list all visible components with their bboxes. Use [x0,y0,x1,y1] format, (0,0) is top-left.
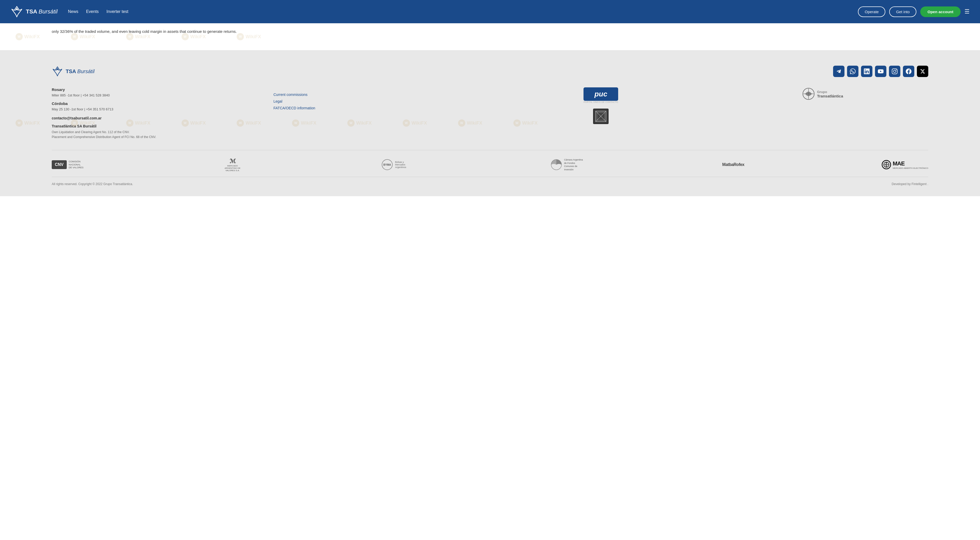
mav-logo: ℳ MERCADO ARGENTINO DE VALORES S.A. [221,158,244,172]
puc-subtitle: PORTAL ÚNICO DE CONTACTO [584,101,618,103]
byma-inner: BYMA Bolsas y Mercados Argentinos [382,159,413,170]
mae-logo: MAE MERCADO ABIERTO ELECTRÓNICO [882,160,928,169]
nav-news[interactable]: News [68,9,78,14]
footer-top: TSA Bursátil [52,66,928,77]
watermark-overlay: W WikiFX W WikiFX W WikiFX W WikiFX W Wi… [0,23,980,50]
grupo-transatlantica-text: Grupo Transatlántica [817,90,843,98]
cafci-text: Cámara Argentina de Fondos Comunes de In… [564,158,585,171]
cordoba-title: Córdoba [52,101,263,106]
mav-text: MERCADO ARGENTINO DE VALORES S.A. [221,165,244,172]
puc-logo-wrapper[interactable]: puc PORTAL ÚNICO DE CONTACTO [584,87,618,103]
footer-address-col: Rosary Miter 885 -1st floor | +54 341 52… [52,87,263,140]
cnv-text: COMISIÓNNACIONALDE VALORES [69,160,84,169]
legal-link[interactable]: Legal [274,99,485,103]
linkedin-icon[interactable] [861,66,872,77]
footer-developed: Developed by Fintelligent . [892,182,928,186]
operate-button[interactable]: Operate [858,6,885,17]
instagram-icon[interactable] [889,66,900,77]
matba-text: MatbaRofex [722,162,745,167]
open-account-button[interactable]: Open account [920,6,961,17]
telegram-icon[interactable] [833,66,845,77]
x-twitter-icon[interactable] [917,66,928,77]
nav-events[interactable]: Events [86,9,99,14]
rosary-address: Miter 885 -1st floor | +54 341 528 3840 [52,93,263,98]
whatsapp-icon[interactable] [847,66,858,77]
footer-logo-text: TSA Bursátil [66,68,95,75]
social-icons [833,66,928,77]
formulario-logo[interactable] [593,108,609,124]
mae-right: MAE MERCADO ABIERTO ELECTRÓNICO [892,160,928,169]
puc-logo: puc [584,87,618,101]
footer-bottom: All rights reserved. Copyright © 2022 Gr… [52,177,928,186]
cordoba-address: May 25 130 -1st floor | +54 351 570 6713 [52,107,263,112]
logo[interactable]: TSA Bursátil [10,5,58,18]
footer-email[interactable]: contacto@tsabursatil.com.ar [52,116,263,120]
byma-label: Bolsas y Mercados Argentinos [395,161,413,168]
cafci-logo: Cámara Argentina de Fondos Comunes de In… [550,158,585,171]
main-nav: News Events Inverter test [68,9,128,14]
commissions-link[interactable]: Current commissions [274,92,485,97]
matba-rofex-logo: MatbaRofex [722,162,745,167]
header-left: TSA Bursátil News Events Inverter test [10,5,128,18]
footer-grupo-col: Grupo Transatlántica [717,87,928,140]
mav-inner: ℳ MERCADO ARGENTINO DE VALORES S.A. [221,158,244,172]
site-footer: W WikiFX W WikiFX W WikiFX W WikiFX W Wi… [0,50,980,196]
company-name: Transatlántica SA Bursátil [52,124,263,128]
get-into-button[interactable]: Get into [889,6,916,17]
footer-links: Current commissions Legal FATCA/OECD inf… [274,87,485,110]
footer-copyright: All rights reserved. Copyright © 2022 Gr… [52,182,133,186]
fatca-link[interactable]: FATCA/OECD information [274,106,485,110]
grupo-transatlantica-logo[interactable]: Grupo Transatlántica [802,87,843,100]
nav-inverter-test[interactable]: Inverter test [107,9,128,14]
byma-circle-svg: BYMA [382,159,393,170]
site-header: TSA Bursátil News Events Inverter test O… [0,0,980,23]
footer-puc-col: puc PORTAL ÚNICO DE CONTACTO [495,87,706,140]
footer-links-col: Current commissions Legal FATCA/OECD inf… [274,87,485,140]
cnv-box: CNV [52,160,67,169]
footer-main: Rosary Miter 885 -1st floor | +54 341 52… [52,87,928,140]
byma-logo: BYMA Bolsas y Mercados Argentinos [382,159,413,170]
youtube-icon[interactable] [875,66,886,77]
cnv-logo: CNV COMISIÓNNACIONALDE VALORES [52,160,84,169]
facebook-icon[interactable] [903,66,914,77]
mae-label: MAE [892,160,928,167]
header-right: Operate Get into Open account ☰ [858,6,970,17]
hamburger-menu[interactable]: ☰ [964,8,970,15]
mae-subtitle: MERCADO ABIERTO ELECTRÓNICO [892,167,928,169]
logo-icon [10,5,23,18]
mae-circle [882,160,891,169]
cafci-svg [550,159,562,170]
partner-logos: CNV COMISIÓNNACIONALDE VALORES ℳ MERCADO… [52,150,928,177]
logo-text: TSA Bursátil [26,8,58,15]
rosary-title: Rosary [52,87,263,92]
footer-logo[interactable]: TSA Bursátil [52,66,95,77]
footer-logo-icon [52,66,63,77]
company-desc: Own Liquidation and Clearing Agent No. 1… [52,130,263,140]
content-paragraph: only 32/36% of the traded volume, and ev… [52,29,928,35]
content-section: W WikiFX W WikiFX W WikiFX W WikiFX W Wi… [0,23,980,50]
mav-waves-text: ℳ [230,158,235,165]
svg-text:BYMA: BYMA [383,164,391,166]
